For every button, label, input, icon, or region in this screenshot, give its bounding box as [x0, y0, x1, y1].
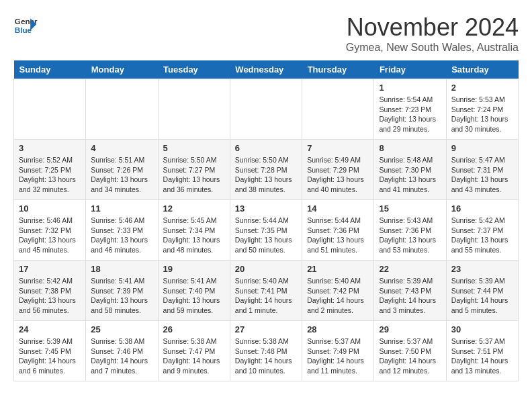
week-row-2: 10Sunrise: 5:46 AM Sunset: 7:32 PM Dayli… — [14, 200, 519, 261]
calendar-cell: 22Sunrise: 5:39 AM Sunset: 7:43 PM Dayli… — [374, 261, 446, 321]
day-number: 1 — [379, 83, 441, 93]
day-info: Sunrise: 5:40 AM Sunset: 7:42 PM Dayligh… — [307, 276, 369, 316]
week-row-4: 24Sunrise: 5:39 AM Sunset: 7:45 PM Dayli… — [14, 321, 519, 381]
day-info: Sunrise: 5:39 AM Sunset: 7:44 PM Dayligh… — [451, 276, 513, 316]
day-number: 6 — [235, 143, 297, 153]
day-info: Sunrise: 5:54 AM Sunset: 7:23 PM Dayligh… — [379, 95, 441, 134]
day-number: 4 — [91, 143, 152, 153]
day-info: Sunrise: 5:47 AM Sunset: 7:31 PM Dayligh… — [451, 155, 513, 195]
day-number: 26 — [163, 324, 225, 334]
day-info: Sunrise: 5:37 AM Sunset: 7:51 PM Dayligh… — [451, 336, 513, 376]
week-row-0: 1Sunrise: 5:54 AM Sunset: 7:23 PM Daylig… — [14, 79, 519, 140]
calendar-cell — [302, 79, 374, 140]
calendar-cell: 15Sunrise: 5:43 AM Sunset: 7:36 PM Dayli… — [374, 200, 446, 261]
calendar-cell: 23Sunrise: 5:39 AM Sunset: 7:44 PM Dayli… — [446, 261, 518, 321]
day-number: 12 — [163, 203, 225, 214]
day-number: 14 — [307, 203, 369, 214]
day-number: 22 — [379, 264, 441, 274]
svg-text:Blue: Blue — [15, 26, 32, 34]
calendar-cell: 2Sunrise: 5:53 AM Sunset: 7:24 PM Daylig… — [446, 79, 518, 140]
calendar-cell: 10Sunrise: 5:46 AM Sunset: 7:32 PM Dayli… — [14, 200, 86, 261]
day-info: Sunrise: 5:50 AM Sunset: 7:27 PM Dayligh… — [163, 155, 225, 195]
day-number: 9 — [451, 143, 513, 153]
day-number: 21 — [307, 264, 369, 274]
day-info: Sunrise: 5:39 AM Sunset: 7:45 PM Dayligh… — [19, 336, 81, 376]
day-info: Sunrise: 5:40 AM Sunset: 7:41 PM Dayligh… — [235, 276, 297, 316]
header-tuesday: Tuesday — [158, 60, 230, 79]
day-info: Sunrise: 5:37 AM Sunset: 7:49 PM Dayligh… — [307, 336, 369, 376]
day-info: Sunrise: 5:48 AM Sunset: 7:30 PM Dayligh… — [379, 155, 441, 195]
day-info: Sunrise: 5:43 AM Sunset: 7:36 PM Dayligh… — [379, 216, 441, 255]
day-number: 25 — [91, 324, 152, 334]
day-number: 24 — [19, 324, 81, 334]
day-info: Sunrise: 5:44 AM Sunset: 7:35 PM Dayligh… — [235, 216, 297, 255]
day-info: Sunrise: 5:49 AM Sunset: 7:29 PM Dayligh… — [307, 155, 369, 195]
calendar-cell: 26Sunrise: 5:38 AM Sunset: 7:47 PM Dayli… — [158, 321, 230, 381]
calendar-cell: 5Sunrise: 5:50 AM Sunset: 7:27 PM Daylig… — [158, 140, 230, 200]
day-info: Sunrise: 5:38 AM Sunset: 7:48 PM Dayligh… — [235, 336, 297, 376]
day-number: 2 — [451, 83, 513, 93]
calendar-cell — [14, 79, 86, 140]
calendar-header-row: SundayMondayTuesdayWednesdayThursdayFrid… — [14, 60, 519, 79]
day-number: 23 — [451, 264, 513, 274]
day-info: Sunrise: 5:45 AM Sunset: 7:34 PM Dayligh… — [163, 216, 225, 255]
month-title: November 2024 — [346, 13, 519, 42]
calendar-cell — [230, 79, 302, 140]
week-row-3: 17Sunrise: 5:42 AM Sunset: 7:38 PM Dayli… — [14, 261, 519, 321]
location-title: Gymea, New South Wales, Australia — [346, 42, 519, 54]
day-number: 27 — [235, 324, 297, 334]
day-info: Sunrise: 5:39 AM Sunset: 7:43 PM Dayligh… — [379, 276, 441, 316]
day-number: 19 — [163, 264, 225, 274]
page-header: General Blue November 2024 Gymea, New So… — [13, 13, 519, 54]
logo-icon: General Blue — [13, 13, 38, 38]
day-number: 13 — [235, 203, 297, 214]
day-info: Sunrise: 5:38 AM Sunset: 7:47 PM Dayligh… — [163, 336, 225, 376]
calendar-cell: 11Sunrise: 5:46 AM Sunset: 7:33 PM Dayli… — [86, 200, 158, 261]
day-info: Sunrise: 5:44 AM Sunset: 7:36 PM Dayligh… — [307, 216, 369, 255]
calendar-cell: 29Sunrise: 5:37 AM Sunset: 7:50 PM Dayli… — [374, 321, 446, 381]
calendar-cell: 27Sunrise: 5:38 AM Sunset: 7:48 PM Dayli… — [230, 321, 302, 381]
header-saturday: Saturday — [446, 60, 518, 79]
day-number: 17 — [19, 264, 81, 274]
calendar-cell — [158, 79, 230, 140]
calendar-cell: 4Sunrise: 5:51 AM Sunset: 7:26 PM Daylig… — [86, 140, 158, 200]
week-row-1: 3Sunrise: 5:52 AM Sunset: 7:25 PM Daylig… — [14, 140, 519, 200]
day-info: Sunrise: 5:42 AM Sunset: 7:37 PM Dayligh… — [451, 216, 513, 255]
calendar-cell: 7Sunrise: 5:49 AM Sunset: 7:29 PM Daylig… — [302, 140, 374, 200]
day-number: 10 — [19, 203, 81, 214]
calendar-cell: 25Sunrise: 5:38 AM Sunset: 7:46 PM Dayli… — [86, 321, 158, 381]
calendar-cell: 6Sunrise: 5:50 AM Sunset: 7:28 PM Daylig… — [230, 140, 302, 200]
day-number: 29 — [379, 324, 441, 334]
calendar-table: SundayMondayTuesdayWednesdayThursdayFrid… — [13, 60, 519, 381]
day-number: 20 — [235, 264, 297, 274]
calendar-cell: 20Sunrise: 5:40 AM Sunset: 7:41 PM Dayli… — [230, 261, 302, 321]
calendar-cell: 21Sunrise: 5:40 AM Sunset: 7:42 PM Dayli… — [302, 261, 374, 321]
calendar-cell: 14Sunrise: 5:44 AM Sunset: 7:36 PM Dayli… — [302, 200, 374, 261]
calendar-cell: 12Sunrise: 5:45 AM Sunset: 7:34 PM Dayli… — [158, 200, 230, 261]
day-info: Sunrise: 5:52 AM Sunset: 7:25 PM Dayligh… — [19, 155, 81, 195]
header-friday: Friday — [374, 60, 446, 79]
calendar-cell: 18Sunrise: 5:41 AM Sunset: 7:39 PM Dayli… — [86, 261, 158, 321]
calendar-cell: 1Sunrise: 5:54 AM Sunset: 7:23 PM Daylig… — [374, 79, 446, 140]
calendar-cell: 9Sunrise: 5:47 AM Sunset: 7:31 PM Daylig… — [446, 140, 518, 200]
calendar-cell: 19Sunrise: 5:41 AM Sunset: 7:40 PM Dayli… — [158, 261, 230, 321]
day-number: 18 — [91, 264, 152, 274]
day-info: Sunrise: 5:38 AM Sunset: 7:46 PM Dayligh… — [91, 336, 152, 376]
calendar-cell: 8Sunrise: 5:48 AM Sunset: 7:30 PM Daylig… — [374, 140, 446, 200]
calendar-cell: 30Sunrise: 5:37 AM Sunset: 7:51 PM Dayli… — [446, 321, 518, 381]
day-number: 15 — [379, 203, 441, 214]
day-info: Sunrise: 5:41 AM Sunset: 7:39 PM Dayligh… — [91, 276, 152, 316]
day-number: 11 — [91, 203, 152, 214]
day-info: Sunrise: 5:46 AM Sunset: 7:32 PM Dayligh… — [19, 216, 81, 255]
header-sunday: Sunday — [14, 60, 86, 79]
day-number: 16 — [451, 203, 513, 214]
header-monday: Monday — [86, 60, 158, 79]
calendar-cell: 17Sunrise: 5:42 AM Sunset: 7:38 PM Dayli… — [14, 261, 86, 321]
title-section: November 2024 Gymea, New South Wales, Au… — [346, 13, 519, 54]
day-info: Sunrise: 5:53 AM Sunset: 7:24 PM Dayligh… — [451, 95, 513, 134]
day-info: Sunrise: 5:41 AM Sunset: 7:40 PM Dayligh… — [163, 276, 225, 316]
calendar-cell: 24Sunrise: 5:39 AM Sunset: 7:45 PM Dayli… — [14, 321, 86, 381]
day-info: Sunrise: 5:46 AM Sunset: 7:33 PM Dayligh… — [91, 216, 152, 255]
calendar-cell: 3Sunrise: 5:52 AM Sunset: 7:25 PM Daylig… — [14, 140, 86, 200]
calendar-cell: 13Sunrise: 5:44 AM Sunset: 7:35 PM Dayli… — [230, 200, 302, 261]
